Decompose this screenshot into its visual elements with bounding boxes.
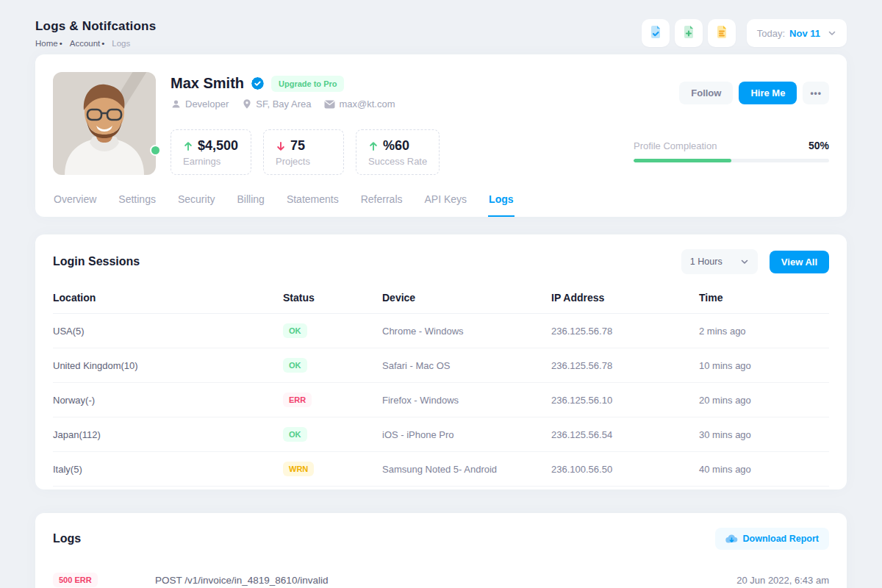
stat-label: Projects xyxy=(276,156,331,167)
stat-earnings: $4,500 Earnings xyxy=(171,129,251,175)
date-picker[interactable]: Today: Nov 11 xyxy=(747,19,847,47)
tab-api-keys[interactable]: API Keys xyxy=(424,187,468,217)
topbar: Logs & Notifcations HomeAccountLogs Toda xyxy=(35,0,847,54)
arrow-up-icon xyxy=(368,141,379,151)
chevron-down-icon xyxy=(828,29,836,37)
status-badge: ERR xyxy=(283,392,312,407)
view-all-button[interactable]: View All xyxy=(770,251,829,273)
page: Logs & Notifcations HomeAccountLogs Toda xyxy=(0,0,882,588)
hours-filter-select[interactable]: 1 Hours xyxy=(681,249,758,274)
column-header-location: Location xyxy=(53,283,283,313)
arrow-down-icon xyxy=(276,141,286,151)
tabs: OverviewSettingsSecurityBillingStatement… xyxy=(53,187,829,217)
login-sessions-card: Login Sessions 1 Hours View All Location… xyxy=(35,234,847,490)
sessions-table-header: Location Status Device IP Address Time xyxy=(53,283,829,314)
stat-label: Success Rate xyxy=(368,156,427,167)
profile-main: Max Smith Upgrade to Pro Developer xyxy=(171,72,619,175)
completion-percent: 50% xyxy=(808,140,829,151)
sessions-table-body: USA(5) OK Chrome - Windows 236.125.56.78… xyxy=(53,314,829,487)
stat-value: %60 xyxy=(383,138,409,154)
file-check-button[interactable] xyxy=(642,19,670,47)
stat-success-rate: %60 Success Rate xyxy=(356,129,440,175)
avatar xyxy=(53,72,156,175)
breadcrumb: HomeAccountLogs xyxy=(35,39,156,48)
table-row[interactable]: United Kingdom(10) OK Safari - Mac OS 23… xyxy=(53,348,829,383)
status-badge: OK xyxy=(283,323,307,338)
file-lines-button[interactable] xyxy=(708,19,736,47)
tab-settings[interactable]: Settings xyxy=(118,187,157,217)
breadcrumb-item-account[interactable]: Account xyxy=(70,39,105,48)
profile-card: Max Smith Upgrade to Pro Developer xyxy=(35,54,847,217)
profile-stats: $4,500 Earnings 75 Projects xyxy=(171,129,619,175)
topbar-actions: Today: Nov 11 xyxy=(642,19,847,47)
profile-meta: Developer SF, Bay Area max@kt.com xyxy=(171,98,619,110)
status-badge: OK xyxy=(283,427,307,442)
file-plus-icon xyxy=(681,24,697,43)
log-entry[interactable]: 500 ERR POST /v1/invoice/in_4819_8610/in… xyxy=(53,573,829,587)
chevron-down-icon xyxy=(740,257,749,266)
tab-security[interactable]: Security xyxy=(177,187,216,217)
breadcrumb-item-logs[interactable]: Logs xyxy=(112,39,130,48)
profile-right: Follow Hire Me ••• Profile Compleation 5… xyxy=(634,72,829,175)
logs-title: Logs xyxy=(53,532,81,545)
column-header-status: Status xyxy=(283,283,382,313)
hire-me-button[interactable]: Hire Me xyxy=(739,82,797,104)
breadcrumb-item-home[interactable]: Home xyxy=(35,39,62,48)
profile-email[interactable]: max@kt.com xyxy=(324,98,395,110)
online-status-dot xyxy=(150,145,161,156)
upgrade-to-pro-button[interactable]: Upgrade to Pro xyxy=(271,76,344,92)
file-lines-icon xyxy=(714,24,730,43)
table-row[interactable]: Norway(-) ERR Firefox - Windows 236.125.… xyxy=(53,383,829,417)
logs-card: Logs Download Report 500 ERR POST /v1/in… xyxy=(35,513,847,588)
tab-logs[interactable]: Logs xyxy=(488,187,514,217)
arrow-up-icon xyxy=(183,141,193,151)
profile-role[interactable]: Developer xyxy=(171,98,229,110)
verified-badge-icon xyxy=(251,76,265,90)
profile-header: Max Smith Upgrade to Pro Developer xyxy=(53,72,829,175)
download-report-button[interactable]: Download Report xyxy=(715,528,829,550)
more-options-button[interactable]: ••• xyxy=(803,82,829,104)
cloud-download-icon xyxy=(725,534,738,544)
avatar-image xyxy=(53,72,156,175)
completion-label: Profile Compleation xyxy=(634,140,717,151)
sessions-table: Location Status Device IP Address Time U… xyxy=(53,283,829,487)
sessions-title: Login Sessions xyxy=(53,255,140,268)
log-status-badge: 500 ERR xyxy=(53,573,98,587)
column-header-ip: IP Address xyxy=(551,283,699,313)
table-row[interactable]: USA(5) OK Chrome - Windows 236.125.56.78… xyxy=(53,314,829,348)
tab-referrals[interactable]: Referrals xyxy=(360,187,404,217)
stat-label: Earnings xyxy=(183,156,239,167)
mail-icon xyxy=(324,100,335,109)
progress-bar-fill xyxy=(634,159,731,162)
user-icon xyxy=(171,98,182,110)
tab-statements[interactable]: Statements xyxy=(286,187,340,217)
date-label: Today: xyxy=(757,28,785,39)
column-header-time: Time xyxy=(699,283,829,313)
logs-list: 500 ERR POST /v1/invoice/in_4819_8610/in… xyxy=(53,573,829,587)
topbar-left: Logs & Notifcations HomeAccountLogs xyxy=(35,19,156,48)
stat-value: $4,500 xyxy=(198,138,238,154)
status-badge: WRN xyxy=(283,462,314,476)
location-icon xyxy=(242,98,252,110)
profile-completion: Profile Compleation 50% xyxy=(634,140,829,162)
progress-bar xyxy=(634,159,829,162)
column-header-device: Device xyxy=(382,283,551,313)
date-value: Nov 11 xyxy=(789,28,820,39)
tab-overview[interactable]: Overview xyxy=(53,187,97,217)
profile-name: Max Smith xyxy=(171,75,244,92)
stat-value: 75 xyxy=(290,138,305,154)
page-title: Logs & Notifcations xyxy=(35,19,156,34)
follow-button[interactable]: Follow xyxy=(679,82,733,104)
table-row[interactable]: Italy(5) WRN Samsung Noted 5- Android 23… xyxy=(53,452,829,487)
profile-location[interactable]: SF, Bay Area xyxy=(242,98,311,110)
file-plus-button[interactable] xyxy=(675,19,703,47)
tab-billing[interactable]: Billing xyxy=(237,187,265,217)
table-row[interactable]: Japan(112) OK iOS - iPhone Pro 236.125.5… xyxy=(53,417,829,452)
status-badge: OK xyxy=(283,358,307,373)
stat-projects: 75 Projects xyxy=(263,129,344,175)
file-check-icon xyxy=(648,24,664,43)
